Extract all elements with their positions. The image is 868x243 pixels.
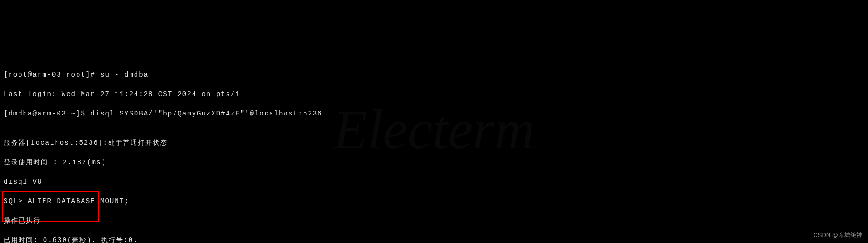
terminal-line: disql V8 (4, 177, 864, 187)
terminal-line: SQL> ALTER DATABASE MOUNT; (4, 197, 864, 206)
terminal-line: Last login: Wed Mar 27 11:24:28 CST 2024… (4, 90, 864, 99)
terminal-line: 登录使用时间 : 2.182(ms) (4, 158, 864, 167)
terminal-line: [dmdba@arm-03 ~]$ disql SYSDBA/'"bp7Qamy… (4, 109, 864, 119)
terminal-line: 服务器[localhost:5236]:处于普通打开状态 (4, 138, 864, 148)
terminal-line: 已用时间: 0.630(毫秒). 执行号:0. (4, 236, 864, 243)
terminal-output[interactable]: [root@arm-03 root]# su - dmdba Last logi… (4, 60, 864, 243)
terminal-line: 操作已执行 (4, 216, 864, 226)
terminal-line: [root@arm-03 root]# su - dmdba (4, 70, 864, 80)
